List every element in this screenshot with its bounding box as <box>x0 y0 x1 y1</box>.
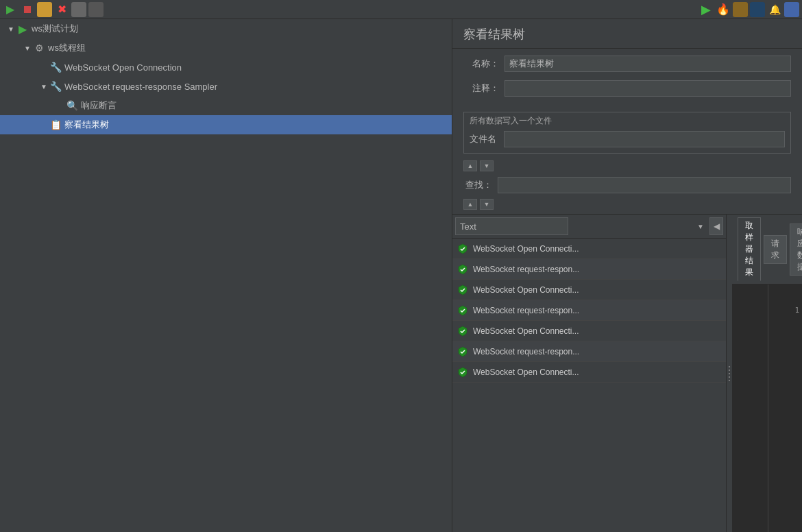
find-label: 查找： <box>463 179 498 191</box>
tree-label-thread: ws线程组 <box>48 42 86 54</box>
form-section: 名称： 注释： <box>452 49 802 109</box>
tree-arrow-sampler: ▼ <box>38 81 49 92</box>
vertical-drag-handle[interactable] <box>727 215 732 532</box>
results-list: WebSocket Open Connecti... WebSocket req… <box>452 239 726 532</box>
shield-icon-0 <box>457 243 469 255</box>
result-item-5[interactable]: WebSocket request-respon... <box>452 341 726 362</box>
file-input[interactable] <box>504 131 785 147</box>
line-num-1: 1 <box>768 305 802 316</box>
file-group-box: 所有数据写入一个文件 文件名 <box>463 112 791 154</box>
shield-icon-6 <box>457 366 469 378</box>
clear-icon[interactable] <box>37 2 52 17</box>
sort-controls-1: ▲ ▼ <box>452 159 802 173</box>
view-mode-select[interactable]: Text RegExp Tester CSS/JQuery Tester XPa… <box>455 217 568 235</box>
settings-icon[interactable]: ✖ <box>54 2 69 17</box>
shield-icon-4 <box>457 325 469 337</box>
tab-request[interactable]: 请求 <box>764 235 787 264</box>
plan-icon: ▶ <box>16 23 29 35</box>
drag-dot-1 <box>729 366 730 367</box>
result-item-6[interactable]: WebSocket Open Connecti... <box>452 362 726 383</box>
result-item-3[interactable]: WebSocket request-respon... <box>452 300 726 321</box>
shield-icon-2 <box>457 284 469 296</box>
bottom-area: Text RegExp Tester CSS/JQuery Tester XPa… <box>452 214 802 532</box>
jmeter-icon[interactable] <box>733 2 748 17</box>
drag-dot-4 <box>729 376 730 378</box>
shield-icon-3 <box>457 304 469 317</box>
comment-input[interactable] <box>505 80 791 97</box>
result-item-1[interactable]: WebSocket request-respon... <box>452 259 726 280</box>
result-item-0[interactable]: WebSocket Open Connecti... <box>452 239 726 259</box>
tree-item-ws-plan[interactable]: ▼ ▶ ws测试计划 <box>0 19 452 38</box>
file-row: 文件名 <box>470 131 785 147</box>
tree-label-result: 察看结果树 <box>64 119 109 131</box>
stop-icon[interactable]: ⏹ <box>20 2 35 17</box>
drag-dot-3 <box>729 373 730 374</box>
drag-dot-2 <box>729 370 730 371</box>
detail-tabs-header: 取样器结果 请求 响应数据 <box>732 215 802 285</box>
result-item-4[interactable]: WebSocket Open Connecti... <box>452 321 726 341</box>
result-item-2[interactable]: WebSocket Open Connecti... <box>452 280 726 300</box>
name-label: 名称： <box>463 58 505 70</box>
tree-label-open: WebSocket Open Connection <box>64 62 182 73</box>
detail-panel: 取样器结果 请求 响应数据 1 <box>732 215 802 532</box>
dropdown-row: Text RegExp Tester CSS/JQuery Tester XPa… <box>452 215 726 239</box>
result-label-5: WebSocket request-respon... <box>473 347 579 356</box>
tree-label-assert: 响应断言 <box>81 99 117 112</box>
tree-label-sampler: WebSocket request-response Sampler <box>64 82 217 92</box>
sort-asc-btn-1[interactable]: ▲ <box>463 160 477 171</box>
tab-response-data[interactable]: 响应数据 <box>790 223 802 276</box>
tree-item-ws-assert[interactable]: ▶ 🔍 响应断言 <box>0 96 452 115</box>
sort-desc-btn-1[interactable]: ▼ <box>480 160 494 171</box>
tree-item-ws-sampler[interactable]: ▼ 🔧 WebSocket request-response Sampler <box>0 77 452 96</box>
tree-item-ws-open[interactable]: ▶ 🔧 WebSocket Open Connection <box>0 58 452 77</box>
tree-item-ws-thread[interactable]: ▼ ⚙ ws线程组 <box>0 38 452 58</box>
listener-icon: 📋 <box>49 119 62 131</box>
drag-dot-5 <box>729 380 730 381</box>
toolbar: ▶ ⏹ ✖ ▶ 🔥 🔔 <box>0 0 802 19</box>
result-label-2: WebSocket Open Connecti... <box>473 285 579 295</box>
run-icon[interactable]: ▶ <box>698 2 714 17</box>
comment-row: 注释： <box>463 79 791 98</box>
line-numbers-panel: 1 <box>768 285 802 532</box>
panel-title: 察看结果树 <box>463 26 791 43</box>
sort-asc-btn-2[interactable]: ▲ <box>463 199 477 210</box>
find-input[interactable] <box>498 177 791 193</box>
result-label-0: WebSocket Open Connecti... <box>473 244 579 254</box>
name-row: 名称： <box>463 54 791 73</box>
dropdown-wrapper: Text RegExp Tester CSS/JQuery Tester XPa… <box>455 217 708 235</box>
flame-icon[interactable]: 🔥 <box>716 2 731 17</box>
wrench-icon-open: 🔧 <box>49 61 62 73</box>
detail-content <box>732 285 768 532</box>
sort-desc-btn-2[interactable]: ▼ <box>480 199 494 210</box>
tree-item-ws-result[interactable]: ▶ 📋 察看结果树 <box>0 115 452 134</box>
group-box-title: 所有数据写入一个文件 <box>470 115 785 127</box>
sort-controls-2: ▲ ▼ <box>452 197 802 211</box>
plan-icon[interactable] <box>71 2 86 17</box>
tree-label-plan: ws测试计划 <box>32 23 78 35</box>
file-label: 文件名 <box>470 133 504 145</box>
dropdown-arrow-icon: ▼ <box>697 223 704 230</box>
bell-icon[interactable]: 🔔 <box>767 2 782 17</box>
result-label-1: WebSocket request-respon... <box>473 265 579 274</box>
magnifier-icon: 🔍 <box>66 99 78 112</box>
tree-arrow-plan: ▼ <box>5 23 16 34</box>
right-header: 察看结果树 <box>452 19 802 49</box>
result-label-3: WebSocket request-respon... <box>473 306 579 315</box>
gear-icon: ⚙ <box>33 42 45 54</box>
detail-text <box>735 287 765 316</box>
scroll-up-btn[interactable]: ◀ <box>709 217 723 235</box>
start-icon[interactable]: ▶ <box>3 2 18 17</box>
thread-icon[interactable] <box>88 2 104 17</box>
left-panel: ▼ ▶ ws测试计划 ▼ ⚙ ws线程组 ▶ 🔧 WebSocket Open … <box>0 19 452 532</box>
shield-icon-1 <box>457 263 469 276</box>
find-row: 查找： <box>452 176 802 195</box>
name-input[interactable] <box>505 56 791 72</box>
result-label-6: WebSocket Open Connecti... <box>473 367 579 377</box>
result-label-4: WebSocket Open Connecti... <box>473 326 579 336</box>
comment-label: 注释： <box>463 82 505 95</box>
minus-icon[interactable] <box>784 2 799 17</box>
shield-icon-5 <box>457 346 469 358</box>
right-panel: 察看结果树 名称： 注释： 所有数据写入一个文件 文件名 ▲ ▼ <box>452 19 802 532</box>
tab-sampler-result[interactable]: 取样器结果 <box>738 217 761 281</box>
monitor-icon[interactable] <box>750 2 765 17</box>
